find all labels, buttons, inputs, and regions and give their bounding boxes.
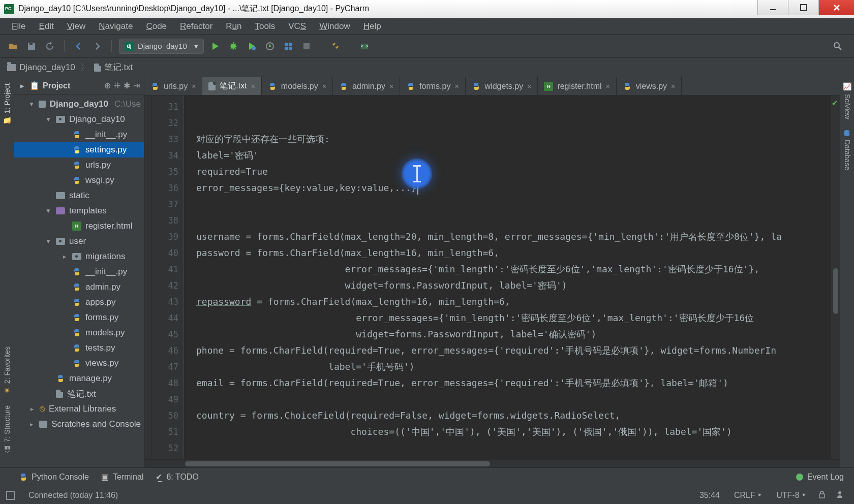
project-tree[interactable]: ▼Django_day10C:\Use ▼Django_day10 __init… bbox=[14, 94, 144, 467]
line-separator[interactable]: CRLF ‣ bbox=[727, 490, 769, 500]
tool-database[interactable]: Database bbox=[843, 130, 851, 170]
collapse-icon[interactable]: ▸ bbox=[18, 82, 26, 90]
menu-view[interactable]: View bbox=[60, 19, 93, 34]
menu-code[interactable]: Code bbox=[139, 19, 173, 34]
run-button[interactable] bbox=[208, 39, 222, 53]
close-tab-icon[interactable]: × bbox=[322, 82, 326, 90]
menu-tools[interactable]: Tools bbox=[249, 19, 282, 34]
tool-windows-toggle[interactable] bbox=[6, 491, 15, 500]
tree-root[interactable]: ▼Django_day10C:\Use bbox=[14, 97, 144, 112]
locate-icon[interactable]: ⁜ bbox=[114, 81, 120, 90]
search-everywhere-button[interactable] bbox=[831, 39, 845, 53]
tree-file[interactable]: urls.py bbox=[14, 158, 144, 173]
editor-tab[interactable]: widgets.py× bbox=[466, 77, 538, 96]
editor-tab[interactable]: 笔记.txt× bbox=[202, 77, 262, 96]
text-file-icon bbox=[56, 390, 63, 398]
tree-file[interactable]: tests.py bbox=[14, 340, 144, 356]
editor-tab[interactable]: models.py× bbox=[262, 77, 333, 96]
open-button[interactable] bbox=[6, 39, 20, 53]
cursor-position[interactable]: 35:44 bbox=[692, 491, 727, 500]
tree-templates[interactable]: ▼templates bbox=[14, 203, 144, 218]
editor-tab[interactable]: urls.py× bbox=[144, 77, 202, 96]
tool-structure[interactable]: 🏛7: Structure bbox=[3, 405, 11, 452]
concurrency-button[interactable] bbox=[281, 39, 295, 53]
menu-navigate[interactable]: Navigate bbox=[92, 19, 139, 34]
event-log-tab[interactable]: Event Log bbox=[796, 472, 844, 482]
stop-button[interactable] bbox=[299, 39, 314, 53]
menu-refactor[interactable]: Refactor bbox=[173, 19, 219, 34]
close-tab-icon[interactable]: × bbox=[454, 82, 459, 90]
maximize-button[interactable] bbox=[788, 0, 818, 15]
forward-button[interactable] bbox=[90, 39, 104, 53]
run-config-selector[interactable]: dj Django_day10 ▾ bbox=[119, 39, 204, 54]
tool-favorites[interactable]: ★2: Favorites bbox=[3, 346, 11, 395]
tree-file[interactable]: views.py bbox=[14, 356, 144, 371]
svg-point-4 bbox=[252, 46, 256, 50]
tree-file[interactable]: models.py bbox=[14, 325, 144, 340]
editor-minimap-strip[interactable]: ✔ bbox=[831, 96, 840, 459]
manage-py-button[interactable] bbox=[357, 39, 372, 53]
editor-tab[interactable]: views.py× bbox=[617, 77, 682, 96]
tree-file[interactable]: admin.py bbox=[14, 279, 144, 295]
sync-button[interactable] bbox=[43, 39, 57, 53]
close-tab-icon[interactable]: × bbox=[251, 82, 255, 90]
tool-sciview[interactable]: 📈SciView bbox=[843, 82, 851, 119]
terminal-tab[interactable]: ▣Terminal bbox=[101, 472, 143, 482]
save-all-button[interactable] bbox=[24, 39, 39, 53]
tree-migrations[interactable]: ▸migrations bbox=[14, 249, 144, 264]
close-button[interactable] bbox=[818, 0, 854, 15]
menu-file[interactable]: File bbox=[5, 19, 32, 34]
project-panel-header: ▸ 📋Project ⊕ ⁜ ✱ ⇥ bbox=[14, 77, 144, 94]
tree-scratches[interactable]: ▸Scratches and Console bbox=[14, 417, 144, 432]
breadcrumb-root[interactable]: Django_day10 bbox=[7, 62, 75, 73]
tree-file[interactable]: __init__.py bbox=[14, 127, 144, 142]
editor-tab[interactable]: admin.py× bbox=[333, 77, 400, 96]
menu-window[interactable]: Window bbox=[313, 19, 356, 34]
tree-user[interactable]: ▼user bbox=[14, 234, 144, 249]
debug-button[interactable] bbox=[226, 39, 240, 53]
breadcrumb-file[interactable]: 笔记.txt bbox=[94, 61, 133, 73]
bottom-tool-tabs: Python Console ▣Terminal ✔̲6: TODO Event… bbox=[0, 467, 854, 486]
close-tab-icon[interactable]: × bbox=[389, 82, 393, 90]
readonly-lock-icon[interactable] bbox=[813, 490, 831, 500]
profile-button[interactable] bbox=[263, 39, 277, 53]
tree-app[interactable]: ▼Django_day10 bbox=[14, 112, 144, 127]
code-editor[interactable]: 对应的字段中还存在一些可选项: label='密码' required=True… bbox=[184, 96, 831, 459]
tree-file[interactable]: Hregister.html bbox=[14, 218, 144, 234]
right-tool-rail: 📈SciView Database bbox=[840, 77, 854, 467]
nav-breadcrumb: Django_day10 〉 笔记.txt bbox=[0, 58, 854, 77]
horizontal-scrollbar[interactable] bbox=[185, 461, 490, 466]
close-tab-icon[interactable]: × bbox=[606, 82, 610, 90]
close-tab-icon[interactable]: × bbox=[192, 82, 196, 90]
tree-file[interactable]: 笔记.txt bbox=[14, 386, 144, 401]
editor-tab[interactable]: forms.py× bbox=[400, 77, 466, 96]
tree-file[interactable]: __init__.py bbox=[14, 264, 144, 279]
tree-file[interactable]: manage.py bbox=[14, 371, 144, 386]
menu-vcs[interactable]: VCS bbox=[282, 19, 313, 34]
menu-help[interactable]: Help bbox=[357, 19, 388, 34]
tree-static[interactable]: static bbox=[14, 188, 144, 203]
menu-run[interactable]: Run bbox=[219, 19, 248, 34]
file-encoding[interactable]: UTF-8 ‣ bbox=[769, 490, 813, 500]
tree-file[interactable]: apps.py bbox=[14, 295, 144, 310]
ide-settings-button[interactable] bbox=[328, 39, 343, 53]
tree-file-selected[interactable]: settings.py bbox=[14, 142, 144, 158]
tool-project[interactable]: 📁1: Project bbox=[3, 83, 11, 125]
hide-icon[interactable]: ⇥ bbox=[133, 81, 140, 90]
menu-edit[interactable]: Edit bbox=[32, 19, 60, 34]
scope-icon[interactable]: ⊕ bbox=[104, 81, 111, 90]
back-button[interactable] bbox=[72, 39, 86, 53]
run-coverage-button[interactable] bbox=[245, 39, 259, 53]
todo-tab[interactable]: ✔̲6: TODO bbox=[156, 472, 198, 482]
python-console-tab[interactable]: Python Console bbox=[19, 472, 89, 482]
settings-icon[interactable]: ✱ bbox=[124, 81, 130, 90]
tree-file[interactable]: wsgi.py bbox=[14, 173, 144, 188]
close-tab-icon[interactable]: × bbox=[671, 82, 675, 90]
hector-icon[interactable] bbox=[831, 490, 849, 500]
tree-external-libs[interactable]: ▸⎋External Libraries bbox=[14, 401, 144, 417]
vertical-scrollbar[interactable] bbox=[833, 268, 838, 314]
tree-file[interactable]: forms.py bbox=[14, 310, 144, 325]
minimize-button[interactable] bbox=[757, 0, 788, 15]
editor-tab[interactable]: Hregister.html× bbox=[538, 77, 616, 96]
close-tab-icon[interactable]: × bbox=[527, 82, 531, 90]
